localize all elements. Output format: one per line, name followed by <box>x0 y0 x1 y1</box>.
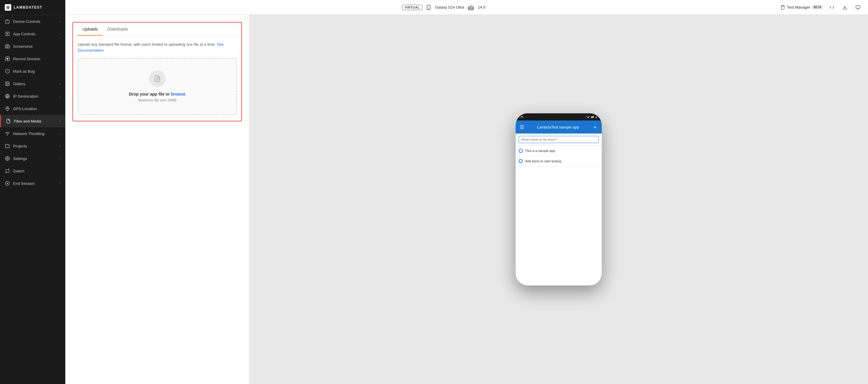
lambdatest-logo-icon <box>5 4 11 11</box>
list-item-2-label: Add items to start testing <box>525 159 561 163</box>
svg-rect-29 <box>592 116 593 118</box>
device-name: Galaxy S24 Ultra <box>435 5 464 9</box>
header-center: VIRTUAL Galaxy S24 Ultra 🤖 14.0 <box>402 4 485 11</box>
app-title: LambdaTest sample app <box>537 125 579 129</box>
app-input-area <box>516 133 602 146</box>
gps-location-icon <box>5 106 10 111</box>
list-item-1-label: This is a sample app <box>525 149 555 153</box>
record-session-icon <box>5 56 10 61</box>
phone-preview-area: :35 ▲ ☰ LambdaTest sample app ＋ <box>249 15 868 384</box>
sidebar: LAMBDATEST Device Controls›App Controls›… <box>0 0 65 384</box>
sidebar-item-label-app-controls: App Controls <box>13 32 35 36</box>
files-and-media-chevron-icon: › <box>60 120 61 123</box>
screenshot-icon <box>5 44 10 49</box>
tab-uploads[interactable]: Uploads <box>78 23 102 36</box>
sidebar-item-label-ip-geolocation: IP Geolocation <box>13 94 38 98</box>
phone-screen: ☰ LambdaTest sample app ＋ This is a samp… <box>516 121 602 286</box>
content-area: Uploads Downloads Upload any standard fi… <box>65 15 868 384</box>
file-dropzone[interactable]: Drop your app file or browse Maximum fil… <box>78 58 237 115</box>
sidebar-item-label-switch: Switch <box>13 169 24 173</box>
phone-time: :35 <box>520 116 524 119</box>
panel-tabs: Uploads Downloads <box>73 23 241 36</box>
monitor-icon-btn[interactable] <box>854 3 862 11</box>
header-right: Test Manager BETA <box>780 3 862 11</box>
sidebar-item-network-throttling[interactable]: Network Throttling› <box>0 127 65 140</box>
sidebar-logo: LAMBDATEST <box>0 0 65 15</box>
sidebar-item-label-network-throttling: Network Throttling <box>13 131 44 136</box>
list-item-1: This is a sample app <box>516 146 602 156</box>
settings-chevron-icon: › <box>60 157 61 160</box>
beta-badge: BETA <box>812 5 823 9</box>
brand-name: LAMBDATEST <box>14 5 42 9</box>
sidebar-item-label-settings: Settings <box>13 156 27 161</box>
radio-circle-1[interactable] <box>519 149 523 153</box>
sidebar-item-end-session[interactable]: End Session› <box>0 177 65 190</box>
list-item-2: Add items to start testing <box>516 156 602 166</box>
main-area: VIRTUAL Galaxy S24 Ultra 🤖 14.0 Test Man… <box>65 0 868 384</box>
panel-body: Upload any standard file format, with us… <box>73 36 241 121</box>
code-icon-btn[interactable] <box>828 3 836 11</box>
radio-circle-2[interactable] <box>519 159 523 163</box>
hamburger-icon[interactable]: ☰ <box>520 124 524 130</box>
svg-point-2 <box>6 46 8 47</box>
svg-point-4 <box>6 58 8 59</box>
svg-rect-27 <box>591 117 592 118</box>
virtual-badge: VIRTUAL <box>402 5 423 10</box>
tab-downloads[interactable]: Downloads <box>102 23 132 36</box>
panel-bordered: Uploads Downloads Upload any standard fi… <box>72 22 242 121</box>
phone-status-bar: :35 ▲ <box>516 114 602 121</box>
mark-as-bug-icon <box>5 69 10 74</box>
svg-point-12 <box>7 108 8 109</box>
sidebar-item-files-and-media[interactable]: Files and Media› <box>0 115 65 127</box>
test-manager[interactable]: Test Manager BETA <box>780 5 823 10</box>
sidebar-item-label-mark-as-bug: Mark as Bug <box>13 69 35 73</box>
add-icon[interactable]: ＋ <box>592 123 597 131</box>
browse-link[interactable]: browse <box>171 92 186 96</box>
download-icon-btn[interactable] <box>841 3 849 11</box>
svg-rect-28 <box>592 116 592 118</box>
ip-geolocation-chevron-icon: › <box>60 95 61 98</box>
todo-input[interactable] <box>519 136 599 143</box>
app-controls-icon <box>5 31 10 36</box>
svg-rect-20 <box>782 5 783 6</box>
gallery-chevron-icon: › <box>60 82 61 86</box>
sidebar-item-gps-location[interactable]: GPS Location <box>0 102 65 115</box>
test-manager-label: Test Manager <box>787 5 810 9</box>
app-controls-chevron-icon: › <box>60 32 61 36</box>
sidebar-item-gallery[interactable]: Gallery› <box>0 77 65 90</box>
sidebar-item-device-controls[interactable]: Device Controls› <box>0 15 65 28</box>
sidebar-item-label-record-session: Record Session <box>13 57 40 61</box>
settings-icon <box>5 156 10 161</box>
sidebar-item-ip-geolocation[interactable]: IP Geolocation› <box>0 90 65 102</box>
sidebar-item-label-device-controls: Device Controls <box>13 19 40 24</box>
ip-geolocation-icon <box>5 94 10 99</box>
svg-rect-0 <box>5 21 9 23</box>
top-header: VIRTUAL Galaxy S24 Ultra 🤖 14.0 Test Man… <box>65 0 868 15</box>
sidebar-item-switch[interactable]: Switch <box>0 165 65 177</box>
svg-rect-22 <box>856 6 860 8</box>
files-media-panel: Uploads Downloads Upload any standard fi… <box>65 15 249 384</box>
upload-description: Upload any standard file format, with us… <box>78 41 237 53</box>
phone-status-icons: ▲ <box>587 116 597 119</box>
sidebar-item-app-controls[interactable]: App Controls› <box>0 28 65 40</box>
files-and-media-icon <box>6 119 11 124</box>
sidebar-item-record-session[interactable]: Record Session <box>0 53 65 65</box>
sidebar-item-label-screenshot: Screenshot <box>13 44 33 49</box>
test-manager-icon <box>780 5 785 10</box>
sidebar-item-projects[interactable]: Projects› <box>0 140 65 152</box>
android-icon: 🤖 <box>468 4 474 11</box>
sidebar-item-label-projects: Projects <box>13 144 27 148</box>
svg-point-14 <box>7 158 8 159</box>
end-session-chevron-icon: › <box>60 182 61 185</box>
dropzone-text: Drop your app file or browse <box>84 92 230 96</box>
phone-icon <box>426 5 431 10</box>
gallery-icon <box>5 81 10 86</box>
sidebar-item-label-end-session: End Session <box>13 181 35 186</box>
sidebar-item-label-files-and-media: Files and Media <box>14 119 41 123</box>
sidebar-item-screenshot[interactable]: Screenshot <box>0 40 65 53</box>
switch-icon <box>5 168 10 173</box>
device-controls-icon <box>5 19 10 24</box>
sidebar-item-mark-as-bug[interactable]: Mark as Bug <box>0 65 65 77</box>
sidebar-item-settings[interactable]: Settings› <box>0 152 65 165</box>
app-topbar: ☰ LambdaTest sample app ＋ <box>516 121 602 133</box>
